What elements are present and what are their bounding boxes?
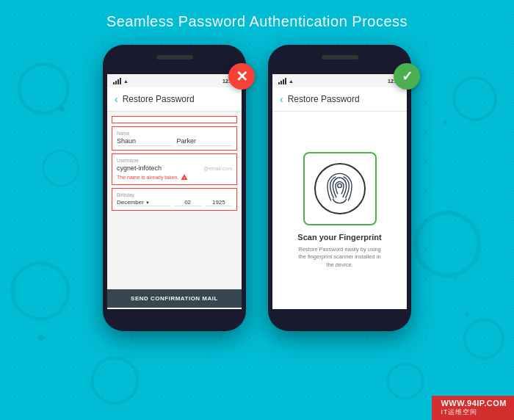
- birthday-year-input[interactable]: 1925: [206, 199, 232, 206]
- fingerprint-circle: [314, 163, 366, 214]
- fp-desc-text: Restore Password easily by using the fin…: [298, 246, 381, 268]
- left-phone: ✕ ▲ 12:30 ‹ Restore Passwor: [103, 45, 246, 331]
- first-name-input[interactable]: Shaun: [117, 137, 173, 146]
- status-left: ▲: [113, 78, 128, 84]
- username-row: cygnet-infotech @email.com: [117, 164, 232, 172]
- wifi-icon: ▲: [123, 79, 128, 84]
- send-confirmation-button[interactable]: SEND CONFIRMATION MAIL: [107, 289, 242, 308]
- right-back-icon[interactable]: ‹: [280, 93, 283, 105]
- watermark-subtitle: IT运维空间: [441, 408, 507, 417]
- right-app-bar: ‹ Restore Password: [272, 87, 407, 112]
- birthday-section: Birthday December ▼ 02 1925: [112, 188, 237, 211]
- svg-point-2: [338, 184, 342, 188]
- right-wifi-icon: ▲: [289, 79, 294, 84]
- username-label: Username: [117, 158, 232, 163]
- watermark: WWW.94IP.COM IT运维空间: [432, 396, 514, 420]
- left-phone-screen: ▲ 12:30 ‹ Restore Password Name S: [107, 74, 242, 309]
- month-value: December: [117, 199, 144, 206]
- fingerprint-content: Scan your Fingerprint Restore Password e…: [272, 112, 407, 309]
- birthday-day-input[interactable]: 02: [175, 199, 201, 206]
- right-app-bar-title: Restore Password: [288, 94, 360, 104]
- fingerprint-description: Restore Password easily by using the fin…: [298, 246, 381, 269]
- fingerprint-frame: [303, 152, 377, 225]
- error-badge: ✕: [228, 63, 255, 90]
- right-status-left: ▲: [278, 78, 294, 84]
- error-icon: ✕: [236, 68, 248, 85]
- page-title: Seamless Password Authentication Process: [0, 0, 514, 30]
- birthday-row: December ▼ 02 1925: [117, 199, 232, 206]
- name-row: Shaun Parker: [117, 137, 232, 146]
- back-icon[interactable]: ‹: [115, 93, 118, 105]
- field-error-text: The name is already taken.: [117, 175, 178, 180]
- left-app-bar: ‹ Restore Password: [107, 87, 242, 112]
- watermark-url: WWW.94IP.COM: [441, 399, 507, 408]
- email-hint: @email.com: [203, 166, 232, 171]
- fingerprint-title: Scan your Fingerprint: [297, 233, 381, 242]
- last-name-input[interactable]: Parker: [177, 137, 233, 146]
- birthday-month-select[interactable]: December ▼: [117, 199, 170, 206]
- fingerprint-icon: [319, 168, 360, 209]
- right-phone: ✓ ▲ 12:30 ‹ Restore Passwor: [268, 45, 411, 331]
- name-section: Name Shaun Parker: [112, 126, 237, 151]
- birthday-label: Birthday: [117, 192, 232, 198]
- form-content: Name Shaun Parker Username cygnet-infote…: [107, 112, 242, 286]
- username-input[interactable]: cygnet-infotech: [117, 164, 200, 172]
- phones-container: ✕ ▲ 12:30 ‹ Restore Passwor: [0, 30, 514, 331]
- app-bar-title: Restore Password: [123, 94, 195, 104]
- success-badge: ✓: [394, 63, 420, 90]
- username-section: Username cygnet-infotech @email.com The …: [112, 153, 237, 185]
- left-status-bar: ▲ 12:30: [107, 74, 242, 87]
- signal-icon: [113, 78, 121, 84]
- field-error: The name is already taken. !: [117, 173, 232, 181]
- warning-icon: !: [181, 173, 188, 181]
- right-status-bar: ▲ 12:30: [272, 74, 407, 87]
- right-phone-screen: ▲ 12:30 ‹ Restore Password: [272, 74, 407, 309]
- name-label: Name: [117, 131, 232, 136]
- success-icon: ✓: [402, 68, 413, 84]
- dropdown-icon: ▼: [145, 200, 150, 205]
- right-signal-icon: [278, 78, 286, 84]
- error-banner: [112, 116, 237, 123]
